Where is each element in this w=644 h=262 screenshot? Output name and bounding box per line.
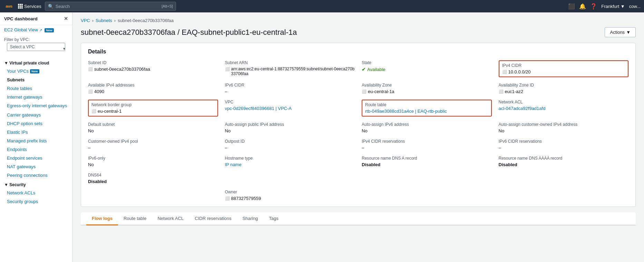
- details-panel: Details Subnet ID ⬜ subnet-0eeca270b3370…: [81, 43, 636, 207]
- sidebar-item-nat-gateways[interactable]: NAT gateways: [0, 162, 72, 171]
- terminal-icon[interactable]: ⬛: [568, 3, 575, 10]
- ipv6-cidr-reservations-value: –: [499, 145, 629, 150]
- state-label: State: [362, 60, 492, 65]
- ipv6-only-value: No: [88, 162, 218, 167]
- copy-ipv4-cidr-icon[interactable]: ⬜: [502, 70, 507, 74]
- sidebar-item-peering-connections[interactable]: Peering connections: [0, 171, 72, 180]
- tabs-row: Flow logs Route table Network ACL CIDR r…: [81, 212, 636, 225]
- tab-sharing[interactable]: Sharing: [237, 212, 264, 225]
- sidebar-item-route-tables[interactable]: Route tables: [0, 84, 72, 93]
- route-table-link[interactable]: rtb-049ae3088cd31a4ce | EAQ-rtb-public: [365, 109, 447, 114]
- tab-tags[interactable]: Tags: [263, 212, 284, 225]
- ipv4-cidr-label: IPv4 CIDR: [502, 63, 625, 68]
- page-title: subnet-0eeca270b33706faa / EAQ-subnet-pu…: [81, 28, 297, 37]
- copy-az-id-icon[interactable]: ⬜: [499, 89, 504, 94]
- search-input[interactable]: [56, 4, 159, 9]
- sidebar-item-managed-prefix-lists[interactable]: Managed prefix lists: [0, 137, 72, 145]
- help-icon[interactable]: ❓: [590, 3, 597, 10]
- network-acl-label: Network ACL: [499, 100, 629, 104]
- security-section-label[interactable]: ▼ Security: [0, 180, 72, 189]
- vpc-section-label[interactable]: ▼ Virtual private cloud: [0, 58, 72, 67]
- sidebar-item-carrier-gateways[interactable]: Carrier gateways: [0, 111, 72, 119]
- dns64-value: Disabled: [88, 179, 218, 184]
- copy-available-ipv4-icon[interactable]: ⬜: [88, 89, 93, 94]
- tab-route-table[interactable]: Route table: [118, 212, 152, 225]
- field-empty-1: [225, 173, 355, 184]
- ec2-global-view-link[interactable]: EC2 Global View ↗ New: [0, 25, 72, 34]
- field-state: State ✔ Available: [362, 60, 492, 77]
- copy-az-icon[interactable]: ⬜: [362, 89, 367, 94]
- copy-subnet-id-icon[interactable]: ⬜: [88, 67, 93, 71]
- hostname-type-label: Hostname type: [225, 156, 355, 161]
- field-resource-dns-a: Resource name DNS A record Disabled: [362, 156, 492, 167]
- search-shortcut: [Alt+S]: [162, 4, 173, 8]
- network-border-group-value: ⬜ eu-central-1: [91, 109, 215, 114]
- sidebar-item-security-groups[interactable]: Security groups: [0, 197, 72, 206]
- vpc-link[interactable]: vpc-0d269ecf840396681 | VPC-A: [225, 106, 292, 111]
- copy-nbg-icon[interactable]: ⬜: [91, 109, 96, 113]
- sidebar-close-button[interactable]: ✕: [64, 16, 68, 21]
- owner-label: Owner: [225, 190, 355, 194]
- field-owner: Owner ⬜ 887327579559: [225, 190, 355, 201]
- field-resource-dns-aaaa: Resource name DNS AAAA record Disabled: [499, 156, 629, 167]
- ipv6-only-label: IPv6-only: [88, 156, 218, 161]
- resource-dns-aaaa-label: Resource name DNS AAAA record: [499, 156, 629, 161]
- available-ipv4-label: Available IPv4 addresses: [88, 83, 218, 88]
- hostname-type-value: IP name: [225, 162, 355, 167]
- tab-cidr-reservations[interactable]: CIDR reservations: [189, 212, 237, 225]
- state-value: ✔ Available: [362, 67, 492, 72]
- tab-flow-logs[interactable]: Flow logs: [86, 212, 118, 225]
- ipv6-cidr-value: –: [225, 89, 355, 94]
- resource-dns-a-label: Resource name DNS A record: [362, 156, 492, 161]
- search-icon: 🔍: [48, 4, 53, 9]
- resource-dns-aaaa-value: Disabled: [499, 162, 629, 167]
- sidebar-item-endpoint-services[interactable]: Endpoint services: [0, 154, 72, 162]
- sidebar-item-subnets[interactable]: Subnets: [0, 75, 72, 84]
- vpc-filter-select[interactable]: Select a VPC: [7, 43, 65, 51]
- customer-ipv4-pool-label: Customer-owned IPv4 pool: [88, 139, 218, 144]
- user-menu[interactable]: cow...: [629, 4, 641, 9]
- field-default-subnet: Default subnet No: [88, 122, 218, 133]
- copy-subnet-arn-icon[interactable]: ⬜: [225, 67, 230, 71]
- copy-owner-icon[interactable]: ⬜: [225, 196, 230, 201]
- services-menu[interactable]: Services: [18, 4, 41, 9]
- sidebar-item-egress-only-igw[interactable]: Egress-only internet gateways: [0, 101, 72, 111]
- search-bar[interactable]: 🔍 [Alt+S]: [45, 2, 176, 11]
- sidebar-item-elastic-ips[interactable]: Elastic IPs: [0, 128, 72, 137]
- sidebar-item-network-acls[interactable]: Network ACLs: [0, 189, 72, 197]
- ipv4-cidr-reservations-label: IPv4 CIDR reservations: [362, 139, 492, 144]
- details-title: Details: [88, 49, 628, 55]
- availability-zone-id-value: ⬜ euc1-az2: [499, 89, 629, 94]
- field-network-acl: Network ACL acl-047adca92f9ad1afd: [499, 100, 629, 117]
- aws-logo[interactable]: aws: [3, 3, 14, 10]
- subnet-id-value: ⬜ subnet-0eeca270b33706faa: [88, 67, 218, 72]
- main-content: VPC › Subnets › subnet-0eeca270b33706faa…: [72, 12, 644, 262]
- breadcrumb-subnets[interactable]: Subnets: [96, 18, 112, 23]
- network-acl-link[interactable]: acl-047adca92f9ad1afd: [499, 106, 546, 111]
- sidebar-item-internet-gateways[interactable]: Internet gateways: [0, 93, 72, 101]
- hostname-type-link[interactable]: IP name: [225, 162, 242, 167]
- region-selector[interactable]: Frankfurt ▼: [601, 4, 625, 9]
- actions-button[interactable]: Actions ▼: [605, 27, 636, 37]
- auto-assign-ipv4-label: Auto-assign public IPv4 address: [225, 122, 355, 127]
- available-ipv4-value: ⬜ 4090: [88, 89, 218, 94]
- field-ipv6-cidr: IPv6 CIDR –: [225, 83, 355, 94]
- auto-assign-ipv4-value: No: [225, 128, 355, 133]
- sidebar-item-endpoints[interactable]: Endpoints: [0, 145, 72, 154]
- availability-zone-id-label: Availability Zone ID: [499, 83, 629, 88]
- sidebar-item-dhcp-option-sets[interactable]: DHCP option sets: [0, 119, 72, 128]
- default-subnet-value: No: [88, 128, 218, 133]
- field-ipv6-cidr-reservations: IPv6 CIDR reservations –: [499, 139, 629, 150]
- breadcrumb-vpc[interactable]: VPC: [81, 18, 90, 23]
- availability-zone-value: ⬜ eu-central-1a: [362, 89, 492, 94]
- sidebar-item-your-vpcs[interactable]: Your VPCs New: [0, 67, 72, 75]
- bell-icon[interactable]: 🔔: [579, 3, 586, 10]
- tab-network-acl[interactable]: Network ACL: [152, 212, 189, 225]
- outpost-id-value: –: [225, 145, 355, 150]
- field-customer-ipv4-pool: Customer-owned IPv4 pool –: [88, 139, 218, 150]
- page-title-row: subnet-0eeca270b33706faa / EAQ-subnet-pu…: [81, 27, 636, 37]
- subnet-arn-label: Subnet ARN: [225, 60, 355, 65]
- auto-assign-ipv6-value: No: [362, 128, 492, 133]
- field-ipv6-only: IPv6-only No: [88, 156, 218, 167]
- sidebar-title: VPC dashboard: [4, 16, 38, 21]
